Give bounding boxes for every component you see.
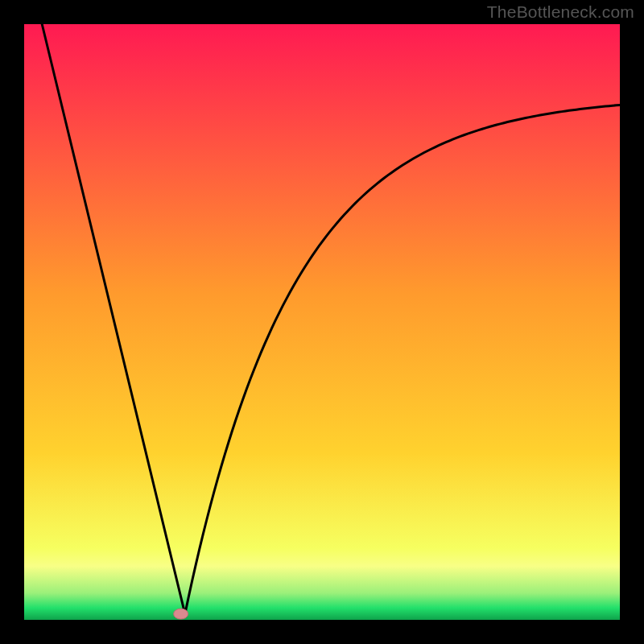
bottleneck-chart [0, 0, 644, 644]
optimum-marker [174, 609, 188, 619]
watermark-text: TheBottleneck.com [487, 2, 634, 22]
chart-container: TheBottleneck.com [0, 0, 644, 644]
